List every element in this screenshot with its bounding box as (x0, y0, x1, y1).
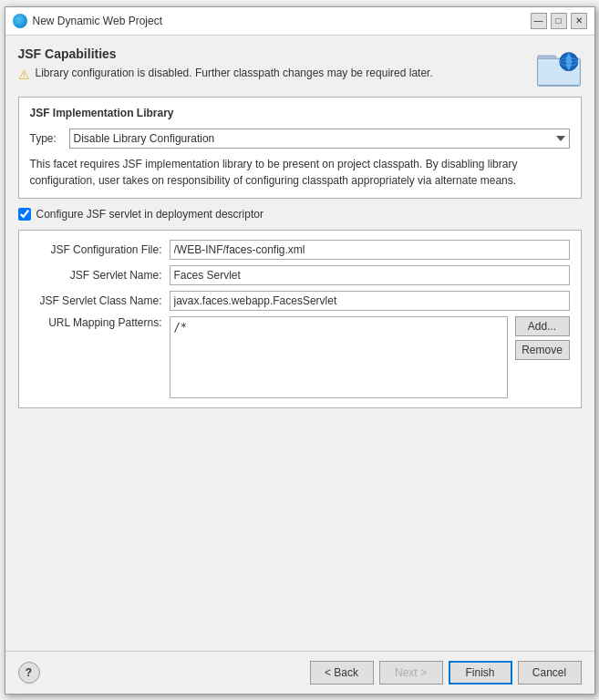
servlet-config-section: JSF Configuration File: JSF Servlet Name… (18, 230, 582, 408)
jsf-servlet-name-input[interactable] (170, 265, 570, 285)
cancel-button[interactable]: Cancel (518, 661, 582, 685)
configure-servlet-checkbox-row: Configure JSF servlet in deployment desc… (18, 208, 582, 221)
title-bar: New Dynamic Web Project — □ ✕ (5, 7, 594, 36)
add-button[interactable]: Add... (515, 316, 570, 336)
url-mapping-textarea[interactable]: /* (170, 316, 508, 398)
close-button[interactable]: ✕ (571, 13, 587, 29)
navigation-buttons: < Back Next > Finish Cancel (310, 661, 582, 685)
back-button[interactable]: < Back (310, 661, 374, 685)
finish-button[interactable]: Finish (449, 661, 512, 685)
main-window: New Dynamic Web Project — □ ✕ JSF Capabi… (5, 6, 595, 695)
warning-icon: ⚠ (18, 67, 30, 82)
page-title: JSF Capabilities (18, 46, 536, 61)
help-button[interactable]: ? (18, 662, 40, 684)
folder-icon (536, 46, 582, 88)
warning-message: Library configuration is disabled. Furth… (36, 67, 433, 79)
section-title: JSF Implementation Library (30, 107, 570, 119)
jsf-servlet-class-row: JSF Servlet Class Name: (30, 291, 570, 311)
maximize-button[interactable]: □ (551, 13, 567, 29)
jsf-config-file-row: JSF Configuration File: (30, 240, 570, 260)
configure-servlet-label[interactable]: Configure JSF servlet in deployment desc… (36, 208, 263, 221)
remove-button[interactable]: Remove (515, 340, 570, 360)
type-row: Type: Disable Library Configuration (30, 129, 570, 149)
type-select[interactable]: Disable Library Configuration (69, 129, 570, 149)
implementation-library-section: JSF Implementation Library Type: Disable… (18, 97, 582, 199)
eclipse-icon (13, 14, 27, 28)
minimize-button[interactable]: — (531, 13, 547, 29)
library-description: This facet requires JSF implementation l… (30, 156, 570, 189)
url-action-buttons: Add... Remove (515, 316, 570, 360)
jsf-servlet-class-label: JSF Servlet Class Name: (30, 294, 162, 307)
type-label: Type: (30, 132, 62, 145)
url-mapping-row: URL Mapping Patterns: /* Add... Remove (30, 316, 570, 398)
button-bar: ? < Back Next > Finish Cancel (5, 651, 594, 694)
configure-servlet-checkbox[interactable] (18, 208, 31, 221)
jsf-config-file-input[interactable] (170, 240, 570, 260)
title-controls: — □ ✕ (531, 13, 587, 29)
jsf-config-file-label: JSF Configuration File: (30, 243, 162, 256)
page-header: JSF Capabilities ⚠ Library configuration… (18, 46, 582, 88)
jsf-servlet-name-row: JSF Servlet Name: (30, 265, 570, 285)
window-title: New Dynamic Web Project (33, 15, 163, 27)
jsf-servlet-name-label: JSF Servlet Name: (30, 269, 162, 282)
title-bar-left: New Dynamic Web Project (13, 14, 163, 28)
content-area: JSF Capabilities ⚠ Library configuration… (5, 36, 594, 651)
url-mapping-label: URL Mapping Patterns: (30, 316, 162, 329)
page-header-left: JSF Capabilities ⚠ Library configuration… (18, 46, 536, 82)
warning-row: ⚠ Library configuration is disabled. Fur… (18, 67, 536, 82)
next-button[interactable]: Next > (379, 661, 443, 685)
jsf-servlet-class-input[interactable] (170, 291, 570, 311)
